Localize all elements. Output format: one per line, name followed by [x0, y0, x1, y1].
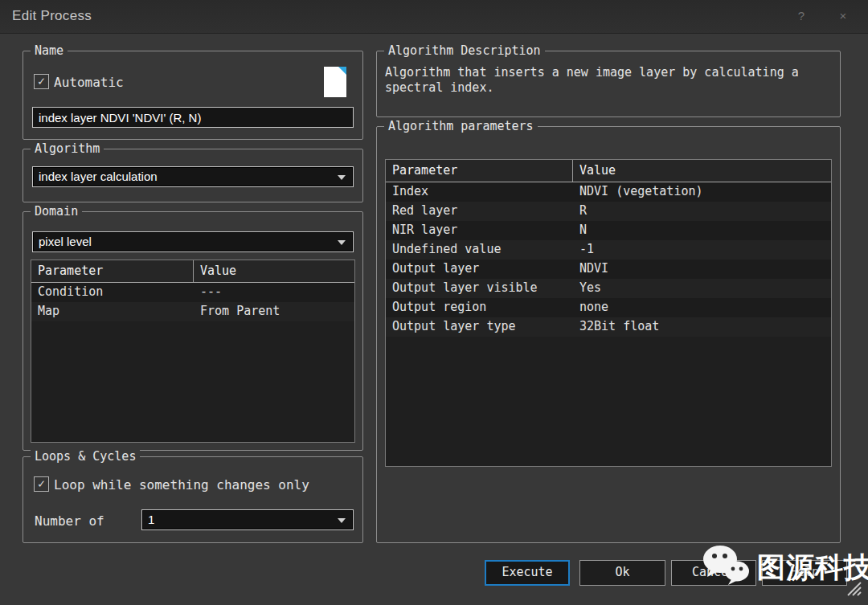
- parameter-cell: Output region: [386, 298, 573, 317]
- name-group: Name ✓ Automatic: [23, 51, 363, 140]
- domain-select-value: pixel level: [39, 235, 92, 248]
- column-header: Value: [573, 160, 831, 182]
- table-row[interactable]: Index NDVI (vegetation): [386, 182, 831, 202]
- parameters-table-body: Index NDVI (vegetation) Red layer R NIR …: [386, 182, 831, 337]
- table-row[interactable]: NIR layer N: [386, 221, 831, 240]
- dialog-title: Edit Process: [12, 8, 92, 24]
- table-row[interactable]: Condition ---: [31, 283, 354, 302]
- value-cell[interactable]: NDVI (vegetation): [573, 182, 831, 202]
- name-group-label: Name: [31, 43, 68, 58]
- parameter-cell: Index: [386, 182, 573, 202]
- domain-parameters-table: Parameter Value Condition --- Map From P…: [31, 260, 355, 443]
- chevron-down-icon: [338, 175, 346, 180]
- value-cell[interactable]: ---: [194, 283, 354, 302]
- domain-group: Domain pixel level Parameter Value Condi…: [23, 211, 363, 451]
- number-of-value: 1: [148, 513, 154, 526]
- column-header: Parameter: [31, 260, 194, 282]
- parameter-cell: Output layer visible: [386, 279, 573, 298]
- help-icon[interactable]: ?: [791, 6, 812, 26]
- table-row[interactable]: Output layer visible Yes: [386, 279, 831, 298]
- value-cell[interactable]: 32Bit float: [573, 317, 831, 337]
- domain-group-label: Domain: [31, 204, 82, 219]
- algorithm-select-value: index layer calculation: [39, 170, 158, 183]
- value-cell[interactable]: R: [573, 202, 831, 221]
- loops-cycles-group: Loops & Cycles ✓ Loop while something ch…: [23, 456, 363, 543]
- value-cell[interactable]: -1: [573, 240, 831, 260]
- algorithm-group-label: Algorithm: [31, 141, 104, 156]
- title-bar: Edit Process ? ×: [0, 0, 868, 34]
- parameter-cell: NIR layer: [386, 221, 573, 240]
- value-cell[interactable]: NDVI: [573, 260, 831, 279]
- chevron-down-icon: [338, 240, 346, 245]
- table-row[interactable]: Red layer R: [386, 202, 831, 221]
- parameter-cell: Map: [31, 302, 194, 321]
- wechat-icon: [701, 545, 752, 590]
- table-row[interactable]: Output layer NDVI: [386, 260, 831, 279]
- parameter-cell: Condition: [31, 283, 194, 302]
- column-header: Parameter: [386, 160, 573, 182]
- column-header: Value: [194, 260, 354, 282]
- ok-button[interactable]: Ok: [579, 560, 665, 586]
- table-row[interactable]: Output region none: [386, 298, 831, 317]
- automatic-checkbox[interactable]: ✓: [34, 74, 49, 89]
- description-group-label: Algorithm Description: [384, 43, 545, 58]
- algorithm-description-group: Algorithm Description Algorithm that ins…: [376, 51, 841, 117]
- loop-while-checkbox-label: Loop while something changes only: [54, 477, 309, 493]
- parameter-cell: Output layer type: [386, 317, 573, 337]
- table-row[interactable]: Output layer type 32Bit float: [386, 317, 831, 337]
- value-cell[interactable]: Yes: [573, 279, 831, 298]
- value-cell[interactable]: none: [573, 298, 831, 317]
- domain-select[interactable]: pixel level: [32, 231, 354, 252]
- chevron-down-icon: [338, 518, 346, 523]
- loops-group-label: Loops & Cycles: [31, 449, 140, 464]
- algorithm-select[interactable]: index layer calculation: [32, 166, 354, 187]
- parameters-group-label: Algorithm parameters: [384, 119, 538, 133]
- table-row[interactable]: Undefined value -1: [386, 240, 831, 260]
- close-icon[interactable]: ×: [833, 6, 854, 26]
- value-cell[interactable]: From Parent: [194, 302, 354, 321]
- watermark-text: 图源科技: [757, 549, 868, 587]
- algorithm-parameters-group: Algorithm parameters Parameter Value Ind…: [376, 126, 841, 543]
- table-header-row: Parameter Value: [386, 160, 831, 182]
- number-of-label: Number of: [35, 513, 104, 529]
- automatic-checkbox-label: Automatic: [54, 75, 124, 90]
- domain-table-body: Condition --- Map From Parent: [31, 283, 354, 321]
- number-of-select[interactable]: 1: [141, 509, 354, 530]
- algorithm-description-text: Algorithm that inserts a new image layer…: [385, 65, 829, 96]
- loop-while-checkbox[interactable]: ✓: [34, 476, 49, 492]
- value-cell[interactable]: N: [573, 221, 831, 240]
- algorithm-group: Algorithm index layer calculation: [23, 149, 363, 202]
- table-header-row: Parameter Value: [31, 260, 354, 283]
- execute-button[interactable]: Execute: [485, 560, 570, 586]
- process-name-input[interactable]: [32, 107, 354, 128]
- algorithm-parameters-table: Parameter Value Index NDVI (vegetation) …: [385, 159, 832, 467]
- edit-process-dialog: { "window": { "title": "Edit Process", "…: [0, 0, 868, 605]
- parameter-cell: Output layer: [386, 260, 573, 279]
- watermark: 图源科技: [701, 545, 868, 590]
- new-document-icon[interactable]: [323, 66, 347, 98]
- parameter-cell: Undefined value: [386, 240, 573, 260]
- parameter-cell: Red layer: [386, 202, 573, 221]
- table-row[interactable]: Map From Parent: [31, 302, 354, 321]
